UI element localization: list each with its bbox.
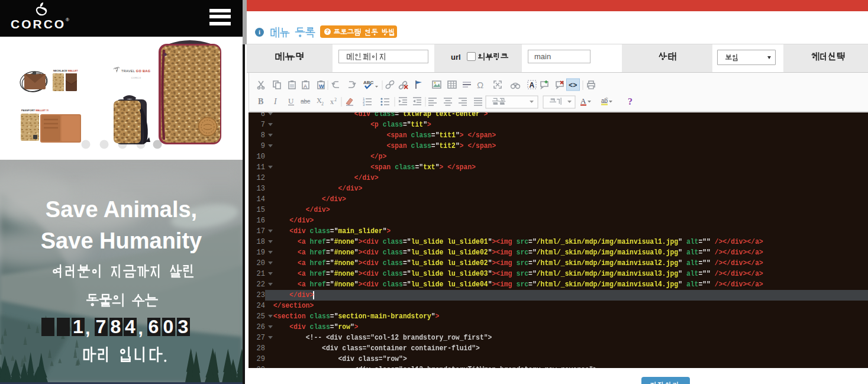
svg-text:3: 3 bbox=[363, 103, 365, 107]
svg-text:?: ? bbox=[628, 96, 633, 107]
svg-text:U: U bbox=[288, 96, 294, 105]
svg-text:CORCO: CORCO bbox=[131, 77, 141, 79]
svg-text:W: W bbox=[319, 83, 324, 89]
svg-text:ABC: ABC bbox=[363, 80, 374, 85]
svg-text:<>: <> bbox=[569, 82, 577, 90]
svg-text:B: B bbox=[258, 97, 263, 106]
svg-text:A: A bbox=[304, 83, 307, 89]
svg-text:A: A bbox=[580, 96, 586, 105]
svg-text:Ω: Ω bbox=[477, 80, 483, 90]
svg-text:PASSPORT WALLET 7f: PASSPORT WALLET 7f bbox=[21, 109, 49, 112]
svg-text:TRAVEL GO BAG: TRAVEL GO BAG bbox=[121, 69, 150, 73]
svg-text:A: A bbox=[530, 81, 535, 89]
svg-text:NECKLACE WALLET: NECKLACE WALLET bbox=[53, 69, 78, 72]
svg-text:x: x bbox=[330, 98, 334, 106]
svg-text:2: 2 bbox=[334, 97, 337, 102]
svg-text:I: I bbox=[273, 97, 277, 106]
svg-text:2: 2 bbox=[321, 101, 324, 107]
